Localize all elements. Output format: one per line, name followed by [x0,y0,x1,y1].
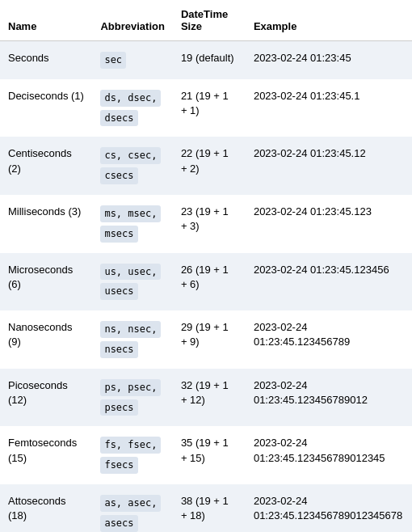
col-header-example: Example [246,0,412,41]
cell-abbreviation: us, usec,usecs [92,253,172,311]
table-row: Picoseconds (12)ps, psec,psecs32 (19 + 1… [0,369,412,427]
cell-example: 2023-02-24 01:23:45 [246,41,412,79]
table-row: Attoseconds (18)as, asec,asecs38 (19 + 1… [0,484,412,532]
abbreviation-badge: asecs [100,515,137,532]
cell-name: Nanoseconds (9) [0,310,92,369]
cell-example: 2023-02-24 01:23:45.123456 [246,253,412,311]
table-header-row: Name Abbreviation DateTimeSize Example [0,0,412,41]
cell-name: Seconds [0,41,92,79]
cell-name: Femtoseconds (15) [0,426,92,484]
cell-example: 2023-02-24 01:23:45.1 [246,79,412,137]
table-row: Milliseconds (3)ms, msec,msecs23 (19 + 1… [0,195,412,253]
col-header-datetime-size: DateTimeSize [173,0,246,41]
cell-name: Microseconds (6) [0,253,92,311]
cell-abbreviation: ns, nsec,nsecs [92,310,172,369]
cell-abbreviation: as, asec,asecs [92,484,172,532]
cell-abbreviation: cs, csec,csecs [92,137,172,195]
abbreviation-badge: csecs [100,167,137,184]
cell-size: 35 (19 + 1 + 15) [173,426,246,484]
abbreviation-badge: cs, csec, [100,147,161,164]
abbreviation-badge: as, asec, [100,495,161,512]
abbreviation-badge: sec [100,52,126,69]
abbreviation-badge: us, usec, [100,264,161,281]
cell-example: 2023-02-2401:23:45.123456789012 [246,369,412,427]
abbreviation-badge: msecs [100,226,137,243]
cell-name: Attoseconds (18) [0,484,92,532]
cell-abbreviation: ds, dsec,dsecs [92,79,172,137]
abbreviation-badge: psecs [100,399,137,416]
abbreviation-badge: ds, dsec, [100,90,161,107]
cell-abbreviation: ms, msec,msecs [92,195,172,253]
abbreviation-badge: usecs [100,283,137,300]
table-row: Secondssec19 (default)2023-02-24 01:23:4… [0,41,412,79]
cell-size: 19 (default) [173,41,246,79]
cell-abbreviation: ps, psec,psecs [92,369,172,427]
cell-example: 2023-02-24 01:23:45.12 [246,137,412,195]
table-row: Centiseconds (2)cs, csec,csecs22 (19 + 1… [0,137,412,195]
abbreviation-badge: ns, nsec, [100,321,161,338]
cell-name: Deciseconds (1) [0,79,92,137]
cell-abbreviation: fs, fsec,fsecs [92,426,172,484]
cell-size: 21 (19 + 1 + 1) [173,79,246,137]
table-row: Microseconds (6)us, usec,usecs26 (19 + 1… [0,253,412,311]
cell-size: 29 (19 + 1 + 9) [173,310,246,369]
abbreviation-badge: nsecs [100,341,137,358]
abbreviation-badge: fs, fsec, [100,437,161,454]
abbreviation-badge: fsecs [100,457,137,474]
cell-name: Centiseconds (2) [0,137,92,195]
cell-size: 32 (19 + 1 + 12) [173,369,246,427]
cell-size: 22 (19 + 1 + 2) [173,137,246,195]
cell-example: 2023-02-2401:23:45.123456789012345 [246,426,412,484]
cell-example: 2023-02-24 01:23:45.123 [246,195,412,253]
col-header-abbreviation: Abbreviation [92,0,172,41]
abbreviation-badge: ps, psec, [100,379,161,396]
table-row: Deciseconds (1)ds, dsec,dsecs21 (19 + 1 … [0,79,412,137]
cell-example: 2023-02-2401:23:45.123456789012345678 [246,484,412,532]
cell-name: Milliseconds (3) [0,195,92,253]
cell-abbreviation: sec [92,41,172,79]
cell-example: 2023-02-24 01:23:45.123456789 [246,310,412,369]
cell-size: 38 (19 + 1 + 18) [173,484,246,532]
cell-size: 26 (19 + 1 + 6) [173,253,246,311]
table-row: Femtoseconds (15)fs, fsec,fsecs35 (19 + … [0,426,412,484]
abbreviation-badge: ms, msec, [100,205,161,222]
cell-name: Picoseconds (12) [0,369,92,427]
table-row: Nanoseconds (9)ns, nsec,nsecs29 (19 + 1 … [0,310,412,369]
col-header-name: Name [0,0,92,41]
cell-size: 23 (19 + 1 + 3) [173,195,246,253]
abbreviation-badge: dsecs [100,110,137,127]
datetime-size-table: Name Abbreviation DateTimeSize Example S… [0,0,412,532]
